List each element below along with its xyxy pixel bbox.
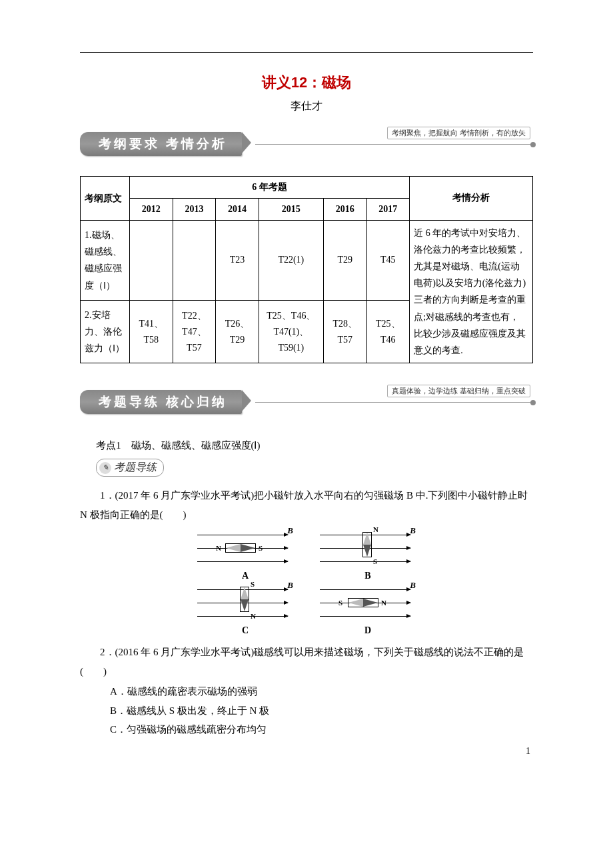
q2-option-B: B．磁感线从 S 极出发，终止于 N 极 [110,701,533,721]
banner-line-1: 考纲聚焦，把握航向 考情剖析，有的放矢 [255,144,533,145]
td-cell [173,220,216,301]
b-label: B [287,525,293,536]
b-label: B [287,580,293,591]
dot-icon [530,142,536,147]
doc-title: 讲义12：磁场 [80,73,533,93]
q1-stem: 1．(2017 年 6 月广东学业水平考试)把小磁针放入水平向右的匀强磁场 B … [80,486,533,524]
q1-option-C: B S N C [192,583,299,635]
s-label: S [338,599,342,607]
banner-caption-2: 真题体验，边学边练 基础归纳，重点突破 [387,385,530,397]
compass-needle [240,587,249,612]
th-year: 2013 [173,198,216,220]
syllabus-table: 考纲原文 6 年考题 考情分析 2012 2013 2014 2015 2016… [80,176,533,363]
table-row: 考纲原文 6 年考题 考情分析 [81,177,533,199]
th-analysis: 考情分析 [410,177,533,221]
q1-grid: B N S A B N S B [192,528,421,635]
s-label: S [259,544,263,552]
td-cell [129,220,173,301]
td-cell: T28、T57 [323,301,366,363]
n-label: N [216,544,221,552]
dot-icon [530,400,536,405]
compass-needle [225,543,256,553]
q2-stem: 2．(2016 年 6 月广东学业水平考试)磁感线可以用来描述磁场，下列关于磁感… [80,643,533,681]
td-cell: T25、T46、T47(1)、T59(1) [259,301,323,363]
td-cell: T22(1) [259,220,323,301]
th-year: 2014 [216,198,259,220]
table-row: 1.磁场、磁感线、磁感应强度（Ⅰ） T23 T22(1) T29 T45 近 6… [81,220,533,301]
page-number: 1 [526,746,530,757]
n-label: N [381,599,386,607]
s-label: S [373,557,377,565]
td-cell: T45 [366,220,410,301]
page: 讲义12：磁场 李仕才 考纲要求 考情分析 考纲聚焦，把握航向 考情剖析，有的放… [0,0,613,766]
q1-diagram: B N S A B N S B [80,528,533,635]
td-cell: T23 [216,220,259,301]
section-banner-2: 考题导练 核心归纳 真题体验，边学边练 基础归纳，重点突破 [80,390,533,414]
td-cell: T29 [323,220,366,301]
option-letter: A [242,571,249,581]
th-years: 6 年考题 [129,177,409,199]
q2-option-C: C．匀强磁场的磁感线疏密分布均匀 [110,720,533,739]
compass-needle [348,598,378,607]
th-year: 2016 [323,198,366,220]
s-label: S [251,580,255,588]
td-cell: T25、T46 [366,301,410,363]
td-analysis: 近 6 年的考试中对安培力、洛伦兹力的考查比较频繁，尤其是对磁场、电流(运动电荷… [410,220,533,363]
banner-tab-1: 考纲要求 考情分析 [80,132,242,156]
option-letter: D [364,625,371,636]
pill-text: 考题导练 [114,461,157,475]
author-line: 李仕才 [80,99,533,113]
b-label: B [410,580,416,591]
th-year: 2012 [129,198,173,220]
n-label: N [373,525,378,533]
n-label: N [251,612,256,620]
q1-option-B: B N S B [314,528,421,580]
exam-point-1: 考点1 磁场、磁感线、磁感应强度(Ⅰ) [96,439,533,452]
td-cell: T22、T47、T57 [173,301,216,363]
q2-option-A: A．磁感线的疏密表示磁场的强弱 [110,682,533,701]
section-banner-1: 考纲要求 考情分析 考纲聚焦，把握航向 考情剖析，有的放矢 [80,132,533,156]
pencil-icon: ✎ [99,462,111,474]
td-topic: 1.磁场、磁感线、磁感应强度（Ⅰ） [81,220,130,301]
pill-label: ✎ 考题导练 [96,459,164,477]
banner-caption-1: 考纲聚焦，把握航向 考情剖析，有的放矢 [387,127,530,139]
banner-line-2: 真题体验，边学边练 基础归纳，重点突破 [255,402,533,403]
option-letter: B [364,571,370,581]
top-rule [80,52,533,53]
th-year: 2015 [259,198,323,220]
th-year: 2017 [366,198,410,220]
compass-needle [362,532,372,557]
banner-tab-2: 考题导练 核心归纳 [80,390,242,414]
td-cell: T26、T29 [216,301,259,363]
td-cell: T41、T58 [129,301,173,363]
q1-option-A: B N S A [192,528,299,580]
b-label: B [410,525,416,536]
option-letter: C [242,625,249,636]
q1-option-D: B S N D [314,583,421,635]
th-origin: 考纲原文 [81,177,130,221]
td-topic: 2.安培力、洛伦兹力（Ⅰ） [81,301,130,363]
